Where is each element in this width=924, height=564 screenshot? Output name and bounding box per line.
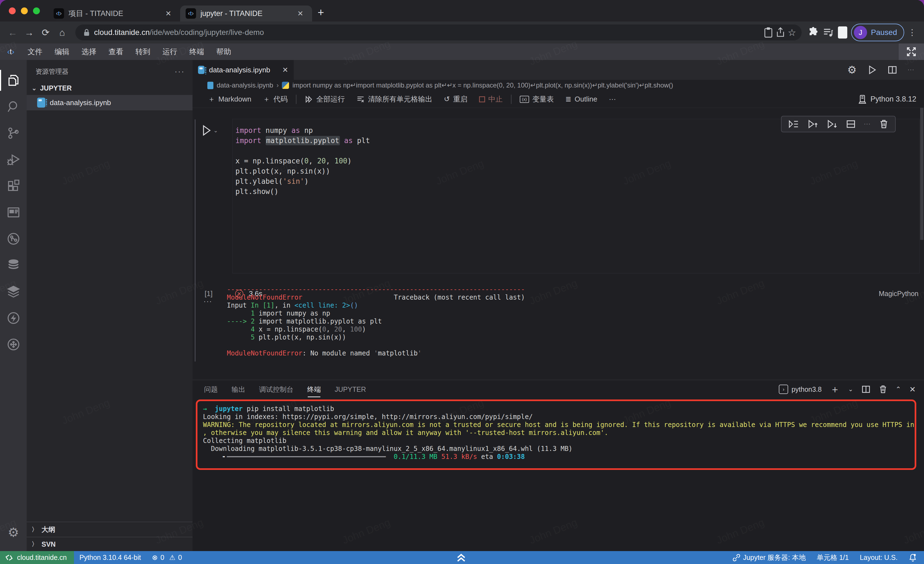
run-debug-icon[interactable]	[0, 146, 27, 173]
section-label: JUPYTER	[40, 84, 72, 92]
kill-terminal-icon[interactable]	[879, 385, 887, 394]
breadcrumb-code[interactable]: import numpy as np↵import matplotlib.pyp…	[292, 81, 673, 89]
notifications-bell-icon[interactable]	[903, 553, 924, 562]
kernel-picker[interactable]: Python 3.8.12	[858, 95, 916, 104]
profile-button[interactable]: J Paused	[851, 24, 904, 41]
browser-menu-icon[interactable]: ⋮	[908, 31, 916, 34]
close-panel-icon[interactable]: ✕	[909, 385, 916, 394]
jupyter-server-status[interactable]: Jupyter 服务器: 本地	[727, 553, 811, 562]
split-terminal-icon[interactable]	[861, 385, 871, 394]
split-editor-icon[interactable]	[887, 65, 897, 75]
fullscreen-icon[interactable]	[899, 44, 924, 60]
python-interpreter-status[interactable]: Python 3.10.4 64-bit	[74, 553, 147, 561]
clear-outputs-button[interactable]: 清除所有单元格输出	[352, 91, 437, 108]
problems-status[interactable]: ⊗0 ⚠0	[146, 553, 187, 561]
playlist-icon[interactable]	[822, 27, 834, 38]
settings-gear-icon[interactable]: ⚙	[0, 519, 27, 546]
menu-terminal[interactable]: 终端	[183, 44, 210, 60]
file-item-notebook[interactable]: data-analysis.ipynb	[27, 95, 192, 110]
layers-icon[interactable]	[0, 278, 27, 305]
address-bar[interactable]: cloud.titanide.cn/ide/web/coding/jupyter…	[75, 24, 802, 41]
menu-file[interactable]: 文件	[21, 44, 48, 60]
split-cell-icon[interactable]	[846, 119, 856, 129]
menu-view[interactable]: 查看	[102, 44, 129, 60]
browser-tab-project[interactable]: ‹t› 项目 - TITANIDE ✕	[48, 6, 180, 21]
explorer-icon[interactable]	[0, 67, 27, 93]
editor-tab-notebook[interactable]: data-analysis.ipynb ✕	[192, 60, 294, 80]
breadcrumb[interactable]: data-analysis.ipynb › import numpy as np…	[192, 80, 924, 91]
share-icon[interactable]	[776, 27, 785, 38]
close-window-button[interactable]	[9, 8, 16, 14]
add-code-button[interactable]: ＋ 代码	[258, 91, 292, 108]
variables-button[interactable]: (x) 变量表	[515, 91, 558, 108]
new-terminal-icon[interactable]: ＋	[830, 383, 840, 396]
new-tab-button[interactable]: +	[312, 6, 331, 21]
language-mode-label[interactable]: MagicPython	[879, 290, 918, 298]
browser-tab-jupyter[interactable]: ‹t› jupyter - TITANIDE ✕	[180, 6, 312, 21]
source-control-icon[interactable]	[0, 120, 27, 146]
home-icon[interactable]: ⌂	[55, 25, 69, 40]
collapse-chevrons-icon[interactable]	[455, 552, 467, 562]
git-lens-icon[interactable]	[0, 226, 27, 252]
sidepanel-icon[interactable]	[838, 26, 847, 39]
zoom-window-button[interactable]	[33, 8, 40, 14]
cell-code[interactable]: import numpy as npimport matplotlib.pypl…	[236, 125, 370, 197]
search-icon[interactable]	[0, 93, 27, 120]
menu-goto[interactable]: 转到	[129, 44, 156, 60]
run-above-icon[interactable]	[807, 119, 818, 129]
panel-tab-problems[interactable]: 问题	[204, 381, 218, 398]
minimize-window-button[interactable]	[21, 8, 28, 14]
breadcrumb-file[interactable]: data-analysis.ipynb	[217, 81, 273, 89]
cell-toolbar: ···	[781, 116, 896, 132]
output-collapse-icon[interactable]: ···	[204, 297, 212, 306]
editor-scrollbar[interactable]	[920, 108, 924, 240]
remote-indicator[interactable]: cloud.titanide.cn	[0, 551, 74, 564]
terminal-output[interactable]: → jupyter pip install matplotlibLooking …	[203, 405, 909, 461]
terminal-instance-picker[interactable]: › python3.8	[779, 385, 822, 394]
menu-help[interactable]: 帮助	[210, 44, 237, 60]
close-tab-icon[interactable]: ✕	[295, 9, 306, 18]
cell-position-status[interactable]: 单元格 1/1	[811, 553, 854, 562]
back-icon[interactable]: ←	[6, 25, 20, 40]
menu-selection[interactable]: 选择	[75, 44, 102, 60]
database-icon[interactable]	[0, 252, 27, 278]
outline-button[interactable]: ≣ Outline	[561, 91, 602, 108]
editor-more-icon[interactable]: ···	[908, 68, 915, 72]
notebook-settings-gear-icon[interactable]: ⚙	[847, 64, 856, 76]
run-all-button[interactable]: 全部运行	[300, 91, 349, 108]
delete-cell-icon[interactable]	[879, 119, 888, 129]
keyboard-layout-status[interactable]: Layout: U.S.	[854, 553, 903, 561]
sidebar-section-jupyter[interactable]: ⌄ JUPYTER	[27, 81, 192, 95]
panel-tab-output[interactable]: 输出	[231, 381, 246, 398]
extensions-icon[interactable]	[0, 173, 27, 199]
run-below-icon[interactable]	[826, 119, 838, 129]
extensions-puzzle-icon[interactable]	[808, 27, 819, 38]
cell-more-icon[interactable]: ···	[864, 122, 871, 126]
terminal-dropdown-icon[interactable]: ⌄	[848, 386, 853, 393]
reload-icon[interactable]: ⟳	[39, 25, 53, 40]
close-tab-icon[interactable]: ✕	[163, 9, 174, 18]
add-markdown-button[interactable]: ＋ Markdown	[204, 91, 256, 108]
menu-run[interactable]: 运行	[156, 44, 183, 60]
panel-tab-jupyter[interactable]: JUPYTER	[334, 382, 367, 397]
remote-targets-icon[interactable]	[0, 331, 27, 358]
close-tab-icon[interactable]: ✕	[282, 66, 288, 74]
forward-icon[interactable]: →	[22, 25, 36, 40]
panel-tab-terminal[interactable]: 终端	[307, 381, 321, 398]
sidebar-more-icon[interactable]: ···	[175, 67, 185, 76]
sidebar-section-outline[interactable]: 〉 大纲	[27, 522, 192, 537]
ide-menubar: ‹t› 文件 编辑 选择 查看 转到 运行 终端 帮助	[0, 44, 924, 60]
panel-tab-debug-console[interactable]: 调试控制台	[258, 381, 294, 398]
bookmark-star-icon[interactable]: ☆	[788, 27, 796, 38]
run-all-icon[interactable]	[867, 65, 877, 75]
run-cell-button[interactable]: ⌄	[201, 124, 218, 137]
execute-above-icon[interactable]	[788, 119, 799, 129]
thunder-icon[interactable]	[0, 305, 27, 331]
maximize-panel-icon[interactable]: ⌃	[896, 385, 901, 393]
menu-edit[interactable]: 编辑	[48, 44, 75, 60]
restart-kernel-button[interactable]: ↺ 重启	[440, 91, 472, 108]
clipboard-icon[interactable]	[764, 27, 773, 38]
notebook-panel-icon[interactable]	[0, 199, 27, 226]
toolbar-more-icon[interactable]: ···	[604, 91, 620, 108]
sidebar-section-svn[interactable]: 〉 SVN	[27, 537, 192, 551]
